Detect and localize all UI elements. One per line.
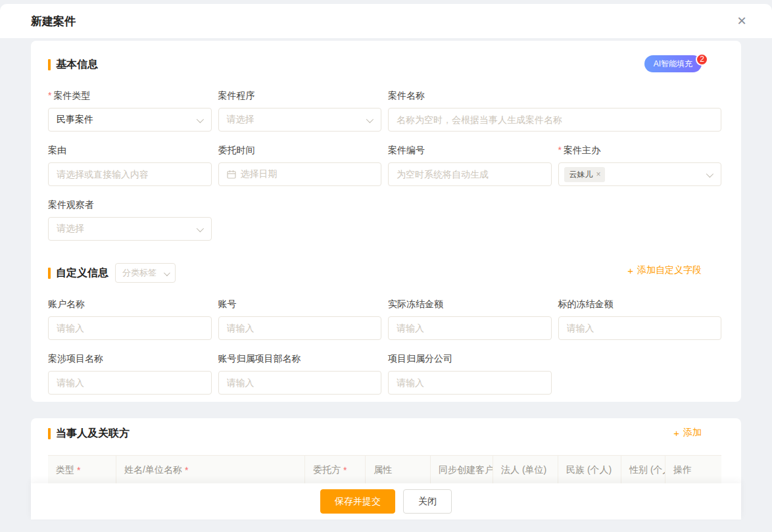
project-name-input[interactable] xyxy=(57,377,203,388)
plus-icon: + xyxy=(673,427,679,439)
account-name-label: 账户名称 xyxy=(48,299,212,310)
ai-fill-badge: 2 xyxy=(696,53,708,66)
project-branch-input[interactable] xyxy=(397,377,543,388)
add-party-label: 添加 xyxy=(683,427,702,439)
chevron-down-icon xyxy=(196,225,203,232)
field-actual-frozen-amount: 实际冻结金额 xyxy=(388,299,552,340)
field-account-project-dept: 账号归属项目部名称 xyxy=(218,353,382,395)
section-accent-bar xyxy=(48,268,51,279)
field-project-branch: 项目归属分公司 xyxy=(388,353,552,395)
case-number-label: 案件编号 xyxy=(388,145,552,157)
account-project-dept-label: 账号归属项目部名称 xyxy=(218,353,382,365)
ai-fill-button[interactable]: AI智能填充 2 xyxy=(644,55,702,72)
field-account-name: 账户名称 xyxy=(48,299,212,340)
page-title: 新建案件 xyxy=(31,14,76,29)
project-branch-input-wrap xyxy=(388,371,552,395)
column-header-attribute: 属性 xyxy=(366,456,431,485)
case-procedure-placeholder: 请选择 xyxy=(227,114,254,126)
chevron-down-icon xyxy=(366,116,374,123)
case-observer-select[interactable]: 请选择 xyxy=(48,217,212,241)
field-case-observer: 案件观察者 请选择 xyxy=(48,199,212,241)
case-owner-label: *案件主办 xyxy=(558,145,722,157)
remove-tag-icon[interactable]: × xyxy=(596,170,601,179)
field-cause: 案由 xyxy=(48,145,212,186)
case-type-label: *案件类型 xyxy=(48,90,212,102)
case-observer-label: 案件观察者 xyxy=(48,199,212,211)
selected-user-name: 云妹儿 xyxy=(569,169,593,180)
cause-input[interactable] xyxy=(57,169,203,180)
project-name-label: 案涉项目名称 xyxy=(48,353,212,365)
required-asterisk: * xyxy=(343,465,347,475)
required-asterisk: * xyxy=(185,465,188,475)
required-asterisk: * xyxy=(558,145,562,155)
case-type-select[interactable]: 民事案件 xyxy=(48,108,212,132)
column-header-gender: 性别 (个人) xyxy=(621,456,665,485)
entrust-time-datepicker[interactable]: 选择日期 xyxy=(218,162,382,186)
account-project-dept-input-wrap xyxy=(218,371,382,395)
account-project-dept-input[interactable] xyxy=(227,377,374,388)
column-header-sync-customer: 同步创建客户 xyxy=(431,456,493,485)
chevron-down-icon xyxy=(164,270,170,276)
modal-footer: 保存并提交 关闭 xyxy=(31,483,741,520)
account-number-label: 账号 xyxy=(218,299,382,310)
account-name-input-wrap xyxy=(48,316,212,340)
field-case-name: 案件名称 xyxy=(388,90,721,132)
column-header-legal-person: 法人 (单位) xyxy=(493,456,558,485)
case-owner-multiselect[interactable]: 云妹儿 × xyxy=(558,162,722,186)
account-number-input-wrap xyxy=(218,316,382,340)
project-name-input-wrap xyxy=(48,371,212,395)
save-submit-button[interactable]: 保存并提交 xyxy=(320,489,395,514)
parties-table-header-row: 类型* 姓名/单位名称* 委托方* 属性 同步创建客户 法人 (单位) 民族 (… xyxy=(48,456,721,485)
field-entrust-time: 委托时间 选择日期 xyxy=(218,145,382,186)
add-custom-field-label: 添加自定义字段 xyxy=(637,264,702,276)
section-title-parties: 当事人及关联方 xyxy=(56,427,130,441)
field-target-frozen-amount: 标的冻结金额 xyxy=(558,299,722,340)
target-frozen-amount-input[interactable] xyxy=(567,323,713,333)
modal-header: 新建案件 ✕ xyxy=(0,4,772,38)
category-tag-select[interactable]: 分类标签 xyxy=(115,263,176,283)
case-number-input[interactable] xyxy=(397,169,543,180)
column-header-name: 姓名/单位名称* xyxy=(116,456,305,485)
ai-fill-label: AI智能填充 xyxy=(654,59,692,68)
actual-frozen-amount-input[interactable] xyxy=(397,323,543,333)
column-header-type: 类型* xyxy=(48,456,116,485)
entrust-time-label: 委托时间 xyxy=(218,145,382,157)
case-number-input-wrap xyxy=(388,162,552,186)
field-case-type: *案件类型 民事案件 xyxy=(48,90,212,132)
cause-input-wrap xyxy=(48,162,212,186)
cause-label: 案由 xyxy=(48,145,212,157)
add-custom-field-link[interactable]: + 添加自定义字段 xyxy=(627,264,702,276)
case-name-input[interactable] xyxy=(397,114,713,125)
section-accent-bar xyxy=(48,59,51,70)
case-procedure-select[interactable]: 请选择 xyxy=(218,108,382,132)
account-name-input[interactable] xyxy=(57,323,203,333)
case-observer-placeholder: 请选择 xyxy=(57,223,84,235)
account-number-input[interactable] xyxy=(227,323,374,333)
basic-info-card: 基本信息 AI智能填充 2 *案件类型 民事案件 案件程序 请选择 xyxy=(31,41,741,402)
field-project-name: 案涉项目名称 xyxy=(48,353,212,395)
column-header-client: 委托方* xyxy=(305,456,366,485)
project-branch-label: 项目归属分公司 xyxy=(388,353,552,365)
section-title-basic: 基本信息 xyxy=(56,58,98,72)
chevron-down-icon xyxy=(196,116,203,123)
case-type-value: 民事案件 xyxy=(57,114,93,126)
target-frozen-amount-label: 标的冻结金额 xyxy=(558,299,722,310)
case-procedure-label: 案件程序 xyxy=(218,90,382,102)
category-tag-placeholder: 分类标签 xyxy=(122,267,157,279)
required-asterisk: * xyxy=(48,90,51,101)
actual-frozen-amount-label: 实际冻结金额 xyxy=(388,299,552,310)
case-name-input-wrap xyxy=(388,108,721,132)
field-case-number: 案件编号 xyxy=(388,145,552,186)
actual-frozen-amount-input-wrap xyxy=(388,316,552,340)
target-frozen-amount-input-wrap xyxy=(558,316,722,340)
close-button[interactable]: 关闭 xyxy=(403,489,452,514)
plus-icon: + xyxy=(627,265,633,276)
section-title-custom: 自定义信息 xyxy=(56,266,109,280)
chevron-down-icon xyxy=(706,170,713,178)
entrust-time-placeholder: 选择日期 xyxy=(241,168,277,180)
case-name-label: 案件名称 xyxy=(388,90,721,102)
field-account-number: 账号 xyxy=(218,299,382,340)
close-icon[interactable]: ✕ xyxy=(734,13,750,29)
required-asterisk: * xyxy=(77,465,80,475)
add-party-link[interactable]: + 添加 xyxy=(673,427,702,439)
